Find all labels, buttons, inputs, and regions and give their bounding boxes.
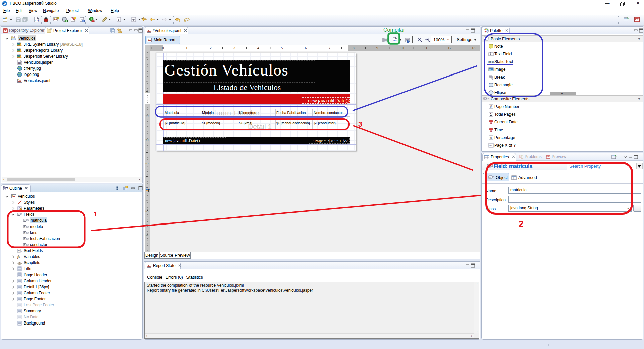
svg-text:#: # — [484, 97, 486, 100]
svg-text:8: 8 — [353, 46, 355, 50]
svg-text:11: 11 — [424, 46, 428, 50]
svg-text:0: 0 — [145, 91, 149, 93]
svg-text:%: % — [490, 136, 492, 140]
svg-text:010: 010 — [393, 39, 397, 42]
svg-text:a|z: a|z — [18, 249, 20, 251]
svg-text:#: # — [24, 238, 25, 240]
svg-text:#: # — [24, 226, 25, 228]
svg-text:110: 110 — [18, 62, 21, 64]
svg-text:31: 31 — [490, 130, 492, 132]
svg-text:4: 4 — [145, 186, 149, 188]
svg-text:6: 6 — [305, 46, 307, 50]
svg-text:#: # — [490, 105, 492, 109]
svg-text:#: # — [488, 165, 490, 168]
svg-text:J: J — [14, 36, 15, 38]
svg-text:#: # — [489, 176, 491, 179]
svg-text:2: 2 — [145, 139, 149, 141]
svg-text:#: # — [24, 244, 25, 246]
svg-text:5: 5 — [281, 46, 283, 50]
svg-text:2: 2 — [210, 46, 212, 50]
svg-text:31: 31 — [490, 122, 492, 124]
svg-text:3: 3 — [233, 46, 235, 50]
svg-text:Σ: Σ — [490, 113, 492, 116]
svg-text:fx: fx — [17, 255, 20, 259]
svg-text:1: 1 — [145, 115, 149, 117]
svg-text:1: 1 — [186, 46, 188, 50]
svg-text:6: 6 — [145, 234, 149, 236]
svg-text:0: 0 — [162, 46, 164, 50]
svg-text:#: # — [18, 213, 19, 216]
svg-text:9: 9 — [376, 46, 378, 50]
svg-text:#: # — [24, 232, 25, 234]
svg-text:4: 4 — [257, 46, 259, 50]
svg-text:label: label — [488, 60, 494, 63]
svg-text:#: # — [24, 219, 25, 222]
svg-text:#/#: #/# — [489, 144, 492, 147]
svg-text:010: 010 — [35, 19, 39, 22]
svg-text:7: 7 — [329, 46, 331, 50]
svg-text:3: 3 — [145, 162, 149, 164]
svg-text:5: 5 — [145, 210, 149, 212]
